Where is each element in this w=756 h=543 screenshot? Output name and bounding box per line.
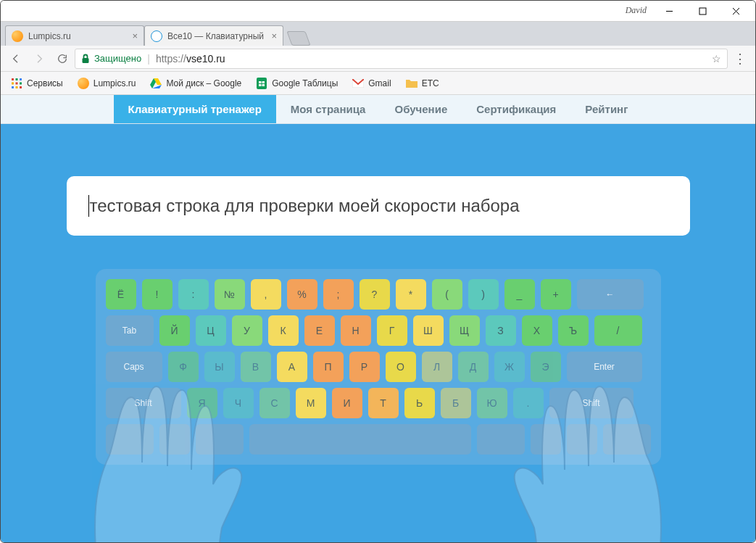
key[interactable]: ( — [432, 279, 462, 310]
nav-back-button[interactable] — [5, 48, 27, 70]
key[interactable]: Я — [187, 388, 217, 418]
key-shift[interactable]: Shift — [106, 388, 181, 418]
key[interactable]: С — [259, 388, 290, 418]
key[interactable]: Щ — [449, 315, 480, 346]
browser-tab[interactable]: Lumpics.ru × — [5, 25, 144, 46]
sheets-icon — [256, 78, 267, 89]
key[interactable]: Ч — [223, 388, 254, 418]
key[interactable]: И — [332, 388, 362, 418]
key[interactable]: О — [386, 352, 416, 382]
key-space[interactable] — [249, 424, 471, 455]
svg-rect-8 — [12, 82, 14, 84]
key[interactable]: Ъ — [558, 315, 589, 346]
key[interactable]: : — [178, 279, 209, 310]
key[interactable]: Х — [522, 315, 552, 346]
gmail-icon — [352, 78, 364, 89]
key[interactable]: Р — [349, 352, 380, 382]
favicon-icon: 10 — [151, 30, 162, 42]
lock-icon: Защищено — [81, 53, 141, 64]
key[interactable]: М — [296, 388, 326, 418]
typing-text: тестовая строка для проверки моей скорос… — [90, 196, 520, 216]
key[interactable]: Ц — [196, 315, 226, 346]
new-tab-button[interactable] — [286, 31, 310, 46]
key-modifier[interactable] — [477, 424, 525, 455]
key[interactable]: Д — [458, 352, 489, 382]
window-minimize-button[interactable] — [652, 1, 686, 21]
key[interactable]: Ы — [204, 352, 235, 382]
nav-forward-button[interactable] — [28, 48, 50, 70]
key[interactable]: + — [541, 279, 571, 310]
nav-tab-learning[interactable]: Обучение — [380, 95, 462, 123]
key[interactable]: / — [594, 315, 642, 346]
tab-close-icon[interactable]: × — [271, 30, 277, 41]
key[interactable]: Т — [368, 388, 399, 418]
nav-tab-rating[interactable]: Рейтинг — [570, 95, 642, 123]
key-modifier[interactable] — [531, 424, 561, 455]
bookmark-item[interactable]: Gmail — [346, 75, 396, 92]
key[interactable]: № — [215, 279, 245, 310]
key[interactable]: . — [513, 388, 544, 418]
key[interactable]: Ё — [106, 279, 136, 310]
key-tab[interactable]: Tab — [106, 315, 154, 346]
svg-rect-7 — [20, 78, 22, 80]
svg-rect-13 — [20, 86, 22, 88]
key[interactable]: В — [241, 352, 271, 382]
key-capslock[interactable]: Caps — [106, 352, 162, 382]
key[interactable]: ? — [360, 279, 390, 310]
svg-rect-5 — [12, 78, 14, 80]
key-modifier[interactable] — [159, 424, 190, 455]
key[interactable]: Н — [341, 315, 371, 346]
key[interactable]: Ю — [477, 388, 507, 418]
key[interactable]: ; — [323, 279, 354, 310]
key[interactable]: Б — [441, 388, 471, 418]
key-modifier[interactable] — [567, 424, 597, 455]
bookmarks-bar: Сервисы Lumpics.ru Мой диск – Google Goo… — [1, 72, 755, 95]
key[interactable]: Э — [531, 352, 561, 382]
key[interactable]: Е — [304, 315, 335, 346]
key-shift[interactable]: Shift — [549, 388, 634, 418]
nav-tab-mypage[interactable]: Моя страница — [276, 95, 381, 123]
key[interactable]: , — [251, 279, 281, 310]
bookmark-item[interactable]: Мой диск – Google — [144, 75, 247, 92]
window-close-button[interactable] — [719, 1, 752, 21]
key[interactable]: Й — [159, 315, 190, 346]
nav-tab-certification[interactable]: Сертификация — [462, 95, 570, 123]
key[interactable]: ! — [142, 279, 173, 310]
key-modifier[interactable] — [106, 424, 154, 455]
key[interactable]: К — [268, 315, 299, 346]
tab-close-icon[interactable]: × — [132, 30, 138, 41]
key[interactable]: Г — [377, 315, 407, 346]
bookmark-apps-button[interactable]: Сервисы — [5, 75, 69, 92]
key[interactable]: З — [486, 315, 516, 346]
nav-tab-trainer[interactable]: Клавиатурный тренажер — [114, 95, 276, 123]
bookmark-item[interactable]: ETC — [400, 75, 445, 92]
key[interactable]: У — [232, 315, 262, 346]
key[interactable]: Ж — [494, 352, 525, 382]
url-scheme: https:// — [156, 53, 186, 65]
key-backspace[interactable]: ← — [577, 279, 644, 310]
key-enter[interactable]: Enter — [567, 352, 642, 382]
key[interactable]: Ь — [404, 388, 435, 418]
key[interactable]: ) — [468, 279, 499, 310]
bookmark-star-icon[interactable]: ☆ — [712, 53, 721, 65]
key[interactable]: Ш — [413, 315, 444, 346]
bookmark-item[interactable]: Google Таблицы — [250, 75, 344, 92]
folder-icon — [406, 78, 418, 89]
key[interactable]: % — [287, 279, 317, 310]
address-bar[interactable]: Защищено | https://vse10.ru ☆ — [75, 49, 728, 69]
bookmark-item[interactable]: Lumpics.ru — [72, 75, 142, 92]
typing-input[interactable]: тестовая строка для проверки моей скорос… — [67, 176, 690, 236]
key-modifier[interactable] — [603, 424, 651, 455]
key[interactable]: Л — [422, 352, 452, 382]
browser-tab[interactable]: 10 Все10 — Клавиатурный × — [144, 25, 283, 46]
svg-rect-6 — [16, 78, 18, 80]
key[interactable]: А — [277, 352, 307, 382]
key[interactable]: _ — [504, 279, 535, 310]
key[interactable]: * — [396, 279, 426, 310]
key[interactable]: Ф — [168, 352, 199, 382]
nav-reload-button[interactable] — [51, 48, 73, 70]
window-maximize-button[interactable] — [686, 1, 719, 21]
browser-menu-button[interactable]: ⋮ — [729, 51, 751, 67]
key[interactable]: П — [313, 352, 344, 382]
key-modifier[interactable] — [196, 424, 244, 455]
